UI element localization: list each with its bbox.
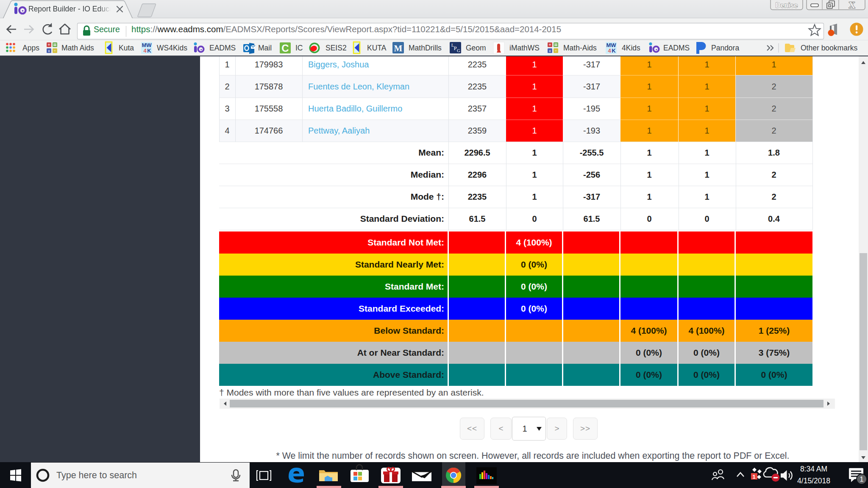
svg-text:1: 1 (752, 474, 755, 480)
svg-text:÷: ÷ (555, 49, 557, 53)
svg-text:G: G (457, 48, 460, 53)
svg-text:P: P (453, 45, 456, 51)
svg-text:Denise: Denise (776, 2, 798, 9)
svg-text:4: 4 (143, 47, 147, 54)
svg-text:4: 4 (608, 47, 611, 54)
svg-text:C: C (281, 42, 289, 54)
svg-text:+: + (549, 42, 551, 47)
svg-text:1: 1 (860, 475, 863, 483)
svg-text:x: x (48, 49, 50, 53)
svg-text:K: K (612, 47, 616, 54)
svg-text:M: M (394, 43, 403, 53)
svg-text:+: + (48, 42, 50, 47)
svg-text:K: K (147, 47, 151, 54)
svg-text:X: X (849, 0, 855, 10)
svg-text:x: x (549, 49, 551, 53)
svg-text:÷: ÷ (54, 49, 56, 53)
